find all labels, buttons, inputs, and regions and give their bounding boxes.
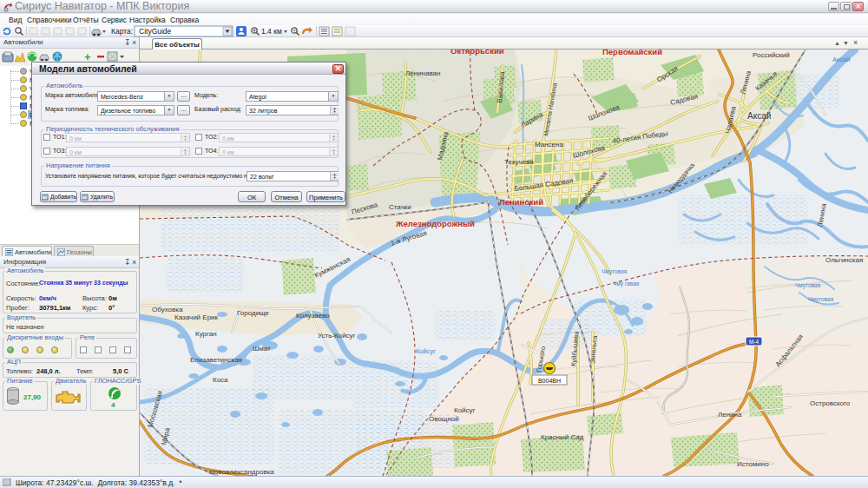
svg-text:Ленинаван: Ленинаван xyxy=(405,69,440,77)
svg-text:Ленинский: Ленинский xyxy=(499,197,543,207)
svg-text:Железнодорожный: Железнодорожный xyxy=(395,219,475,228)
svg-text:Чмутовая: Чмутовая xyxy=(795,282,821,289)
svg-text:Обуховка: Обуховка xyxy=(152,306,183,313)
svg-text:Стачки: Стачки xyxy=(389,203,411,211)
svg-text:Российский: Российский xyxy=(753,51,790,59)
svg-text:Истомино: Истомино xyxy=(737,460,769,468)
svg-text:Колузаево: Колузаево xyxy=(296,312,330,320)
svg-text:Елизаветинская: Елизаветинская xyxy=(190,356,242,364)
svg-text:Островского: Островского xyxy=(810,399,851,407)
svg-text:Казачий Ерик: Казачий Ерик xyxy=(174,313,219,321)
svg-text:Мансена: Мансена xyxy=(535,141,563,148)
svg-text:Октябрьский: Октябрьский xyxy=(450,49,504,56)
svg-text:Аксай: Аксай xyxy=(747,111,771,121)
svg-text:Коса: Коса xyxy=(213,376,228,384)
svg-text:Первомайский: Первомайский xyxy=(602,49,662,56)
svg-text:1.4 км: 1.4 км xyxy=(261,27,282,36)
svg-text:CityGuide: CityGuide xyxy=(139,27,172,36)
svg-text:Койсуг: Койсуг xyxy=(416,347,436,355)
svg-text:Аксай: Аксай xyxy=(832,56,850,63)
svg-text:Койсуг: Койсуг xyxy=(454,406,476,414)
svg-text:Текучева: Текучева xyxy=(504,158,534,166)
svg-text:Ольгинская: Ольгинская xyxy=(825,256,863,264)
svg-text:Овощной: Овощной xyxy=(429,415,459,423)
svg-text:Чму гавая: Чму гавая xyxy=(613,280,640,287)
svg-text:Чмутовая: Чмутовая xyxy=(808,296,834,303)
svg-text:Усть-Койсуг: Усть-Койсуг xyxy=(318,332,356,340)
svg-text:Курган: Курган xyxy=(195,330,217,338)
svg-text:Шмат: Шмат xyxy=(253,345,271,353)
svg-text:Карта:: Карта: xyxy=(111,27,133,36)
svg-text:Городище: Городище xyxy=(237,309,270,317)
svg-text:Ленина: Ленина xyxy=(718,411,742,419)
svg-text:В004ВН: В004ВН xyxy=(538,378,561,384)
svg-text:Новоалександровка: Новоалександровка xyxy=(209,468,274,476)
svg-text:Красный Сад: Красный Сад xyxy=(541,433,584,441)
svg-text:М-4: М-4 xyxy=(749,339,760,345)
svg-text:Чмутовая: Чмутовая xyxy=(602,268,628,275)
